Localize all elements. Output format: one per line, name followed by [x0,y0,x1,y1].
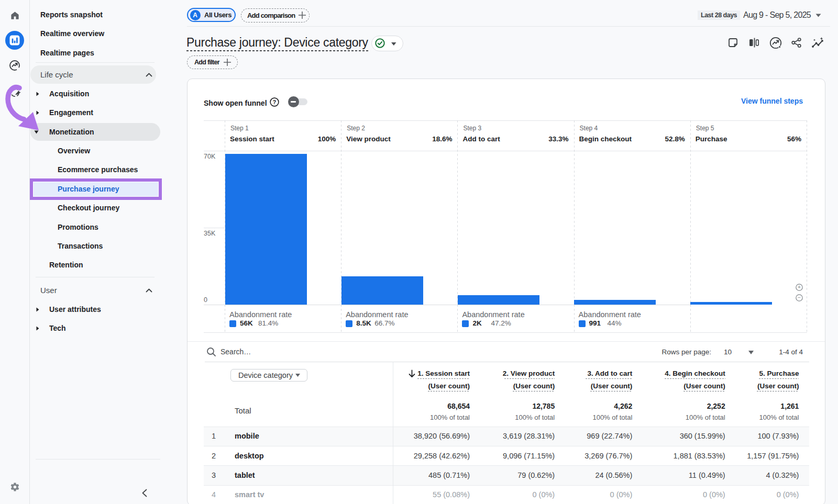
svg-text:?: ? [273,99,276,105]
svg-text:−: − [798,295,801,300]
svg-text:+: + [798,284,801,290]
